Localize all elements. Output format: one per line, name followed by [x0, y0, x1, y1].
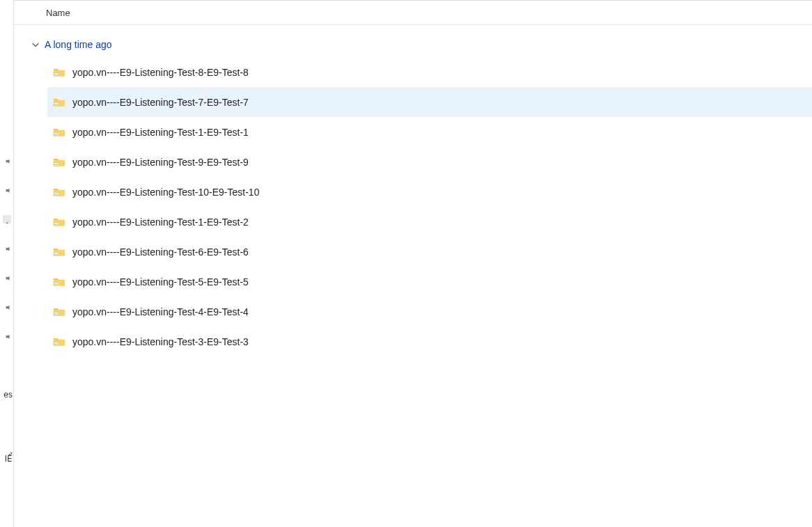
pin-icon [3, 244, 11, 253]
svg-rect-29 [54, 283, 56, 284]
svg-rect-26 [54, 254, 57, 255]
svg-rect-37 [54, 343, 56, 344]
zipped-folder-icon [53, 246, 65, 257]
svg-point-19 [57, 193, 58, 194]
nav-sidebar-edge: es IỂ [0, 0, 14, 527]
pin-icon [3, 186, 11, 194]
zipped-folder-icon [53, 97, 65, 107]
file-name: yopo.vn----E9-Listening-Test-6-E9-Test-6 [72, 246, 249, 258]
file-row[interactable]: yopo.vn----E9-Listening-Test-8-E9-Test-8 [50, 57, 812, 87]
zipped-folder-icon [53, 217, 65, 227]
pin-icon [3, 157, 11, 165]
svg-rect-5 [54, 104, 56, 104]
file-row[interactable]: yopo.vn----E9-Listening-Test-1-E9-Test-1 [50, 117, 812, 147]
svg-rect-25 [54, 253, 56, 254]
pin-icon [3, 303, 11, 311]
sidebar-item-label: es [0, 390, 13, 400]
sidebar-item-label: IỂ [0, 454, 13, 464]
content-area: A long time ago yopo.vn----E9-Listening-… [14, 25, 812, 356]
file-name: yopo.vn----E9-Listening-Test-9-E9-Test-9 [72, 157, 249, 168]
svg-rect-21 [54, 223, 56, 224]
svg-rect-14 [54, 164, 57, 165]
svg-rect-33 [54, 313, 56, 314]
file-name: yopo.vn----E9-Listening-Test-1-E9-Test-2 [72, 217, 249, 228]
zipped-folder-icon [53, 336, 65, 347]
file-row[interactable]: yopo.vn----E9-Listening-Test-1-E9-Test-2 [50, 207, 812, 237]
svg-rect-17 [54, 194, 56, 194]
file-name: yopo.vn----E9-Listening-Test-8-E9-Test-8 [72, 67, 249, 78]
zipped-folder-icon [53, 306, 65, 317]
zipped-folder-icon [53, 67, 65, 77]
svg-point-23 [57, 223, 58, 224]
column-header-name[interactable]: Name [46, 8, 70, 18]
file-name: yopo.vn----E9-Listening-Test-4-E9-Test-4 [72, 306, 249, 317]
file-row[interactable]: yopo.vn----E9-Listening-Test-5-E9-Test-5 [50, 267, 812, 297]
file-list: yopo.vn----E9-Listening-Test-8-E9-Test-8… [31, 57, 812, 356]
svg-rect-2 [54, 74, 57, 75]
file-row[interactable]: yopo.vn----E9-Listening-Test-7-E9-Test-7 [47, 87, 812, 117]
file-row[interactable]: yopo.vn----E9-Listening-Test-6-E9-Test-6 [50, 237, 812, 267]
file-name: yopo.vn----E9-Listening-Test-7-E9-Test-7 [72, 97, 249, 108]
svg-point-27 [57, 253, 58, 254]
svg-rect-30 [54, 284, 57, 285]
svg-point-11 [57, 133, 58, 134]
svg-point-35 [57, 313, 58, 314]
zipped-folder-icon [53, 276, 65, 287]
svg-rect-34 [54, 314, 57, 315]
svg-rect-38 [54, 344, 57, 345]
svg-point-7 [57, 103, 58, 104]
svg-rect-22 [54, 224, 57, 225]
zipped-folder-icon [53, 157, 65, 167]
file-name: yopo.vn----E9-Listening-Test-3-E9-Test-3 [72, 336, 249, 347]
svg-rect-18 [54, 194, 57, 195]
svg-rect-9 [54, 134, 56, 134]
group-header[interactable]: A long time ago [31, 35, 812, 57]
file-row[interactable]: yopo.vn----E9-Listening-Test-10-E9-Test-… [50, 177, 812, 207]
svg-rect-6 [54, 104, 57, 105]
chevron-down-icon [31, 40, 40, 49]
svg-rect-10 [54, 134, 57, 135]
zipped-folder-icon [53, 187, 65, 197]
file-list-panel: Name A long time ago yopo.vn----E9-Liste… [14, 0, 812, 527]
file-row[interactable]: yopo.vn----E9-Listening-Test-4-E9-Test-4 [50, 297, 812, 327]
group-header-label: A long time ago [45, 39, 112, 50]
file-name: yopo.vn----E9-Listening-Test-5-E9-Test-5 [72, 276, 249, 288]
svg-point-31 [57, 283, 58, 284]
file-name: yopo.vn----E9-Listening-Test-10-E9-Test-… [72, 187, 259, 198]
file-name: yopo.vn----E9-Listening-Test-1-E9-Test-1 [72, 127, 249, 138]
pin-icon [3, 274, 11, 282]
file-explorer-window: es IỂ Name A long time ago yopo.vn----E9… [0, 0, 812, 527]
svg-point-39 [57, 343, 58, 344]
file-row[interactable]: yopo.vn----E9-Listening-Test-3-E9-Test-3 [50, 327, 812, 356]
column-header-row[interactable]: Name [14, 0, 812, 25]
pinned-items-strip [3, 157, 11, 340]
pin-icon [3, 215, 11, 223]
svg-rect-13 [54, 164, 56, 164]
svg-point-3 [57, 73, 58, 74]
file-row[interactable]: yopo.vn----E9-Listening-Test-9-E9-Test-9 [50, 147, 812, 177]
pin-icon [3, 332, 11, 340]
zipped-folder-icon [53, 127, 65, 137]
svg-point-15 [57, 163, 58, 164]
svg-rect-1 [54, 74, 56, 74]
